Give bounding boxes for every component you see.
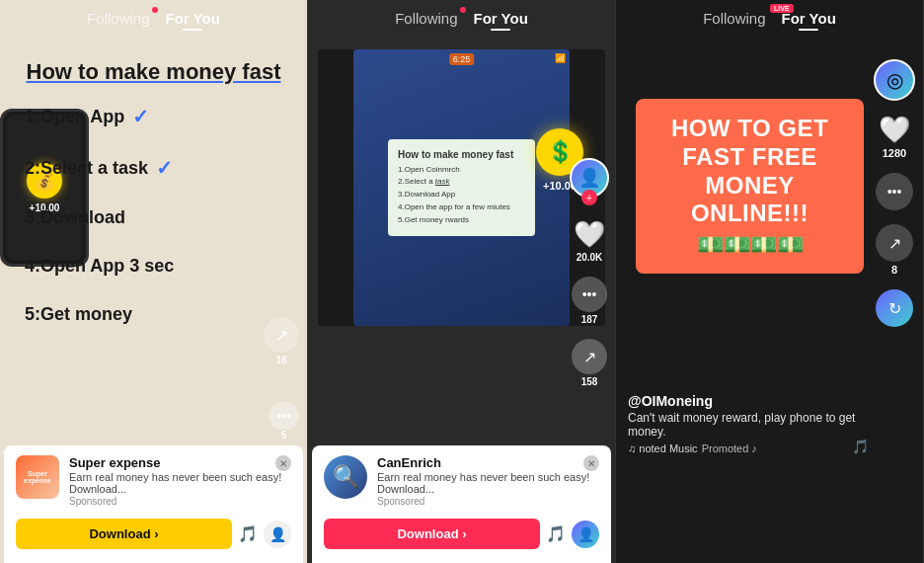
music-note-3: 🎵 (852, 439, 869, 454)
ad-logo-icon-2: 🔍 (333, 464, 359, 490)
step-1: 1:Open App ✓ (25, 105, 297, 128)
nav-following-1[interactable]: Following (87, 10, 149, 27)
ad-title-1: Super expense (69, 455, 291, 470)
notification-dot-1 (152, 7, 158, 13)
promoted-label-3: Promoted ♪ (702, 442, 757, 454)
ad-bar-2: 🔍 CanEnrich Earn real money has never be… (308, 445, 615, 563)
ad-info-2: CanEnrich Earn real money has never been… (377, 455, 599, 507)
heart-icon-2: 🤍 (574, 219, 605, 250)
paper-steps-2: 1.Open Coinmrch 2.Select a task 3.Downlo… (398, 164, 525, 227)
profile-btn-2[interactable]: 👤 + (570, 158, 609, 205)
steps-content-1: How to make money fast 1:Open App ✓ 2:Se… (10, 59, 297, 325)
share-count-3: 8 (891, 264, 897, 276)
dots-icon-1: ••• (276, 408, 291, 424)
like-count-2: 20.0K (577, 252, 603, 263)
share-icon-1: ↗ (264, 317, 299, 353)
nav-following-3[interactable]: Following LIVE (703, 10, 765, 27)
ad-card-1: Super expense Super expense Earn real mo… (4, 445, 303, 563)
nav-following-2[interactable]: Following (395, 10, 457, 27)
ad-logo-text-1: Super expense (18, 470, 57, 484)
dark-bg-2: 6:25 📶 How to make money fast 1.Open Coi… (318, 49, 605, 326)
video-panel-1: Following For You 💰 +10.00 How to make m… (0, 0, 308, 563)
share-count-1: 16 (275, 355, 286, 365)
like-btn-2[interactable]: 🤍 20.0K (574, 219, 605, 263)
ad-logo-1: Super expense (16, 455, 59, 499)
side-icons-3: ◎ 🤍 1280 ••• ↗ 8 ↻ (874, 59, 915, 327)
video-timer-2: 6:25 (449, 53, 475, 65)
avatar-3: ◎ (874, 59, 915, 101)
ad-sponsored-2: Sponsored (377, 496, 599, 507)
like-btn-3[interactable]: 🤍 1280 (879, 115, 910, 159)
side-icons-2: 👤 + 🤍 20.0K ••• 187 ↗ 158 (570, 158, 609, 387)
comment-icon-3: ••• (876, 173, 913, 210)
ad-title-2: CanEnrich (377, 455, 599, 470)
music-icon-2: 🎵 (546, 524, 566, 543)
inner-video-frame-2: 6:25 📶 How to make money fast 1.Open Coi… (318, 49, 605, 326)
download-btn-2[interactable]: Download › (324, 519, 540, 549)
follow-plus-2: + (581, 190, 597, 205)
share-btn-2[interactable]: ↗ 158 (572, 339, 607, 387)
step-5: 5:Get money (25, 304, 297, 325)
like-count-3: 1280 (883, 147, 906, 159)
share-area-1[interactable]: ↗ 16 (264, 317, 299, 365)
notification-dot-2 (460, 7, 466, 13)
desc-3: Can't wait money reward, play phone to g… (628, 411, 864, 439)
ad-info-1: Super expense Earn real money has never … (69, 455, 291, 507)
share-icon-2: ↗ (572, 339, 607, 374)
profile-btn-3[interactable]: ◎ (874, 59, 915, 101)
heart-icon-3: 🤍 (879, 115, 910, 145)
ad-inner-1: Super expense Super expense Earn real mo… (16, 455, 291, 507)
share-icon-3: ↗ (876, 224, 913, 262)
profile-icon-2[interactable]: 👤 (572, 521, 599, 548)
ad-logo-2: 🔍 (324, 455, 367, 499)
nav-foryou-1[interactable]: For You (166, 10, 220, 27)
step-3: 3:Download (25, 207, 297, 228)
comment-btn-2[interactable]: ••• 187 (572, 277, 607, 325)
top-nav-panel-2: Following For You (308, 0, 615, 37)
signal-icon-2: 📶 (555, 53, 566, 63)
comment-icon-area-1: ••• 5 (269, 402, 299, 441)
download-btn-1[interactable]: Download › (16, 519, 232, 549)
bottom-info-3: @OIMoneing Can't wait money reward, play… (628, 393, 864, 454)
ad-desc-1: Earn real money has never been such easy… (69, 471, 291, 495)
ad-sponsored-1: Sponsored (69, 496, 291, 507)
checkmark-1: ✓ (132, 105, 149, 128)
share-btn-3[interactable]: ↗ 8 (876, 224, 913, 276)
checkmark-2: ✓ (156, 156, 173, 180)
headline-text-3: HOW TO GET FAST FREE MONEY ONLINE!!! (652, 115, 848, 228)
step-2: 2:Select a task ✓ (25, 156, 297, 180)
step-4: 4:Open App 3 sec (25, 256, 297, 277)
emojis-3: 💵💵💵💵 (652, 232, 848, 258)
ad-card-2: 🔍 CanEnrich Earn real money has never be… (312, 445, 611, 563)
comment-bubble-1[interactable]: ••• (269, 402, 299, 430)
comment-count-2: 187 (581, 314, 598, 325)
comment-count-1: 5 (281, 430, 287, 441)
video-panel-2: Following For You 6:25 📶 How to make mon… (308, 0, 616, 563)
side-icons-1: ••• 5 (269, 402, 299, 444)
music-icon-1: 🎵 (238, 524, 258, 543)
nav-foryou-3[interactable]: For You (782, 10, 836, 27)
headline-panel-3: HOW TO GET FAST FREE MONEY ONLINE!!! 💵💵💵… (636, 99, 864, 274)
ad-close-btn-2[interactable]: ✕ (583, 455, 599, 471)
video-title-1: How to make money fast (10, 59, 297, 85)
nav-foryou-2[interactable]: For You (474, 10, 528, 27)
ad-inner-2: 🔍 CanEnrich Earn real money has never be… (324, 455, 599, 507)
record-btn-3[interactable]: ↻ (876, 289, 913, 327)
ad-desc-2: Earn real money has never been such easy… (377, 471, 599, 495)
steps-list-1: 1:Open App ✓ 2:Select a task ✓ 3:Downloa… (10, 105, 297, 325)
share-count-2: 158 (581, 376, 598, 387)
comment-icon-2: ••• (572, 277, 607, 312)
top-nav-panel-3: Following LIVE For You (616, 0, 923, 37)
username-3: @OIMoneing (628, 393, 864, 409)
profile-icon-1[interactable]: 👤 (264, 521, 291, 548)
ad-close-btn-1[interactable]: ✕ (275, 455, 291, 471)
comment-btn-3[interactable]: ••• (876, 173, 913, 210)
music-info-3: ♫ noted Music Promoted ♪ (628, 442, 864, 454)
top-nav-panel-1: Following For You (0, 0, 307, 37)
paper-card-2: How to make money fast 1.Open Coinmrch 2… (388, 139, 535, 237)
paper-title-2: How to make money fast (398, 149, 525, 160)
video-panel-3: Following LIVE For You HOW TO GET FAST F… (616, 0, 924, 563)
ad-bar-1: Super expense Super expense Earn real mo… (0, 445, 307, 563)
record-icon-3: ↻ (876, 289, 913, 327)
